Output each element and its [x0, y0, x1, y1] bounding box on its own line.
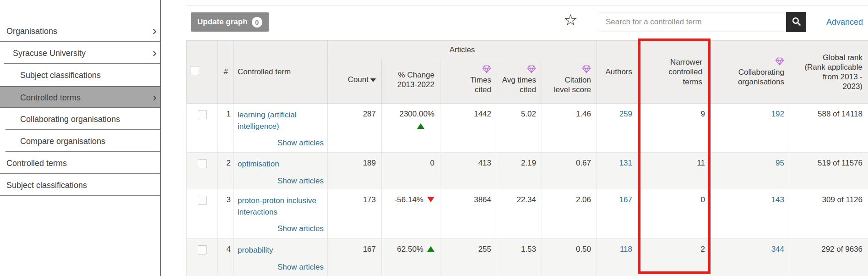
gem-icon — [497, 65, 536, 74]
authors-link[interactable]: 118 — [620, 245, 632, 254]
table-row: 4 probability Show articles 167 62.50% 2… — [187, 239, 868, 276]
update-graph-label: Update graph — [197, 17, 248, 27]
table-row: 1 learning (artificial intelligence) Sho… — [187, 104, 868, 153]
select-all-cell — [187, 41, 218, 104]
row-checkbox[interactable] — [198, 159, 207, 168]
cell-avg-times-cited: 5.02 — [497, 104, 542, 153]
cell-authors: 167 — [597, 189, 638, 239]
cell-row-number: 1 — [218, 104, 234, 153]
column-header-count[interactable]: Count — [328, 59, 382, 104]
sidebar-item-label: Collaborating organisations — [20, 115, 120, 124]
cell-times-cited: 1442 — [440, 104, 497, 153]
sidebar-item-label: Subject classifications — [20, 71, 101, 80]
column-group-articles: Articles — [328, 41, 597, 59]
trend-icon — [427, 246, 434, 252]
sidebar-item[interactable]: Controlled terms› — [0, 86, 160, 108]
cell-narrower-terms: 0 — [638, 189, 711, 239]
cell-avg-times-cited: 22.34 — [497, 189, 542, 239]
show-articles-link[interactable]: Show articles — [277, 224, 324, 233]
gem-icon — [711, 57, 784, 66]
sidebar-item[interactable]: Controlled terms — [0, 152, 160, 174]
controlled-term-link[interactable]: optimisation — [238, 159, 279, 170]
advanced-search-link[interactable]: Advanced — [826, 17, 863, 27]
column-header-narrower: Narrower controlled terms — [638, 41, 711, 104]
column-header-collaborating: Collaborating organisations — [711, 41, 790, 104]
authors-link[interactable]: 167 — [619, 195, 632, 204]
controlled-term-link[interactable]: proton-proton inclusive interactions — [238, 195, 324, 218]
search-button[interactable] — [786, 12, 806, 32]
cell-collaborating: 143 — [711, 189, 790, 239]
row-checkbox[interactable] — [198, 196, 207, 205]
sidebar-nav: Organisations›Syracuse University›Subjec… — [0, 0, 161, 276]
chevron-right-icon: › — [152, 47, 157, 59]
show-articles-link[interactable]: Show articles — [277, 138, 324, 147]
row-checkbox[interactable] — [198, 110, 207, 119]
toolbar-divider — [186, 5, 868, 6]
cell-row-number: 2 — [218, 153, 234, 189]
cell-change: 2300.00% — [382, 104, 440, 153]
cell-checkbox — [187, 239, 218, 276]
cell-term: learning (artificial intelligence) Show … — [234, 104, 328, 153]
sidebar-item[interactable]: Syracuse University› — [0, 42, 160, 64]
chevron-right-icon: › — [152, 91, 157, 103]
cell-authors: 131 — [597, 153, 638, 189]
column-header-global-rank: Global rank (Rank applicable from 2013 -… — [790, 41, 868, 104]
cell-authors: 259 — [597, 104, 638, 153]
cell-term: probability Show articles — [234, 239, 328, 276]
cell-avg-times-cited: 2.19 — [497, 153, 542, 189]
cell-narrower-terms: 11 — [638, 153, 711, 189]
column-header-times-cited: Times cited — [440, 59, 497, 104]
cell-term: optimisation Show articles — [234, 153, 328, 189]
update-graph-button[interactable]: Update graph 0 — [191, 12, 269, 32]
narrower-terms-value: 0 — [701, 195, 705, 204]
cell-checkbox — [187, 104, 218, 153]
cell-change: 0 — [382, 153, 440, 189]
trend-icon — [417, 123, 424, 129]
trend-icon — [427, 197, 434, 202]
authors-link[interactable]: 131 — [619, 159, 632, 167]
cell-citation-level-score: 1.46 — [542, 104, 597, 153]
column-header-number: # — [218, 41, 234, 104]
cell-term: proton-proton inclusive interactions Sho… — [234, 189, 328, 239]
sidebar-item[interactable]: Subject classifications — [0, 174, 160, 196]
cell-global-rank: 519 of 11576 — [790, 153, 868, 189]
select-all-checkbox[interactable] — [190, 66, 199, 75]
collaborating-organisations-link[interactable]: 95 — [776, 159, 784, 167]
page: Organisations›Syracuse University›Subjec… — [0, 0, 868, 276]
sort-descending-icon — [370, 78, 376, 82]
collaborating-organisations-link[interactable]: 143 — [771, 195, 784, 204]
sidebar-item[interactable]: Collaborating organisations — [0, 108, 160, 130]
narrower-terms-value[interactable]: 2 — [701, 245, 705, 254]
cell-authors: 118 — [597, 239, 638, 276]
main-content: Update graph 0 ☆ Advanced — [186, 0, 868, 276]
row-checkbox[interactable] — [198, 245, 207, 254]
controlled-terms-table: # Controlled term Articles Authors Narro… — [186, 40, 868, 276]
sidebar-item[interactable]: Organisations› — [0, 20, 160, 42]
collaborating-organisations-link[interactable]: 192 — [771, 110, 784, 118]
cell-change: 62.50% — [382, 239, 440, 276]
column-header-citation-level-score: Citation level score — [542, 59, 597, 104]
chevron-right-icon: › — [152, 25, 157, 37]
update-graph-count-badge: 0 — [252, 17, 262, 28]
sidebar-item[interactable]: Compare organisations — [0, 130, 160, 152]
column-header-term: Controlled term — [234, 41, 328, 104]
search-input[interactable] — [599, 12, 786, 32]
narrower-terms-value[interactable]: 9 — [701, 110, 705, 118]
authors-link[interactable]: 259 — [619, 110, 632, 118]
show-articles-link[interactable]: Show articles — [277, 263, 324, 271]
sidebar-item[interactable]: Subject classifications — [0, 64, 160, 86]
cell-count: 167 — [328, 239, 382, 276]
cell-collaborating: 344 — [711, 239, 790, 276]
cell-narrower-terms: 2 — [638, 239, 711, 276]
controlled-term-link[interactable]: probability — [238, 245, 273, 256]
narrower-terms-value[interactable]: 11 — [697, 159, 705, 167]
show-articles-link[interactable]: Show articles — [277, 177, 324, 185]
column-header-authors: Authors — [597, 41, 638, 104]
sidebar-item-label: Compare organisations — [20, 137, 105, 146]
controlled-term-link[interactable]: learning (artificial intelligence) — [238, 110, 324, 132]
table-row: 3 proton-proton inclusive interactions S… — [187, 189, 868, 239]
collaborating-organisations-link[interactable]: 344 — [771, 245, 784, 254]
cell-global-rank: 292 of 9636 — [790, 239, 868, 276]
sidebar-item-label: Subject classifications — [6, 181, 87, 190]
favorite-star-icon[interactable]: ☆ — [564, 12, 577, 28]
